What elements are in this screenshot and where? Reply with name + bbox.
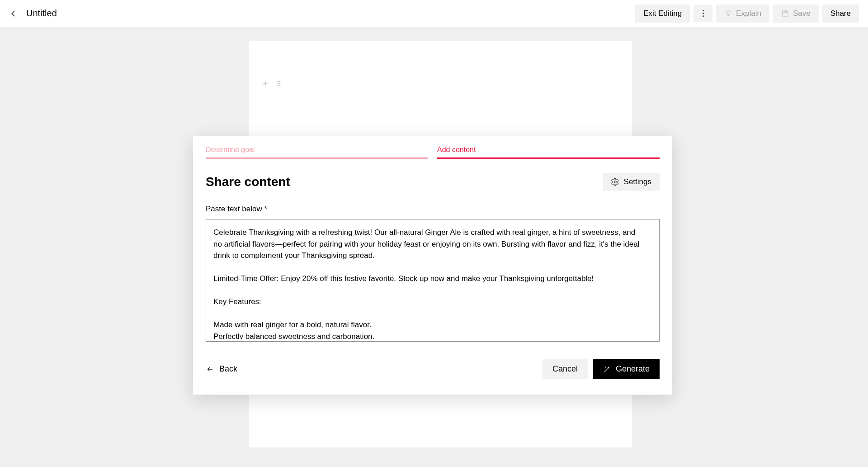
- svg-line-5: [726, 10, 726, 11]
- step-add-content[interactable]: Add content: [437, 146, 660, 159]
- plus-icon[interactable]: [262, 80, 269, 87]
- share-button[interactable]: Share: [822, 5, 859, 23]
- settings-label: Settings: [624, 177, 651, 186]
- back-chevron-icon[interactable]: [9, 9, 18, 18]
- paste-text-label: Paste text below *: [206, 205, 660, 214]
- top-header: Untitled Exit Editing Explain Save Share: [0, 0, 868, 27]
- back-button[interactable]: Back: [206, 364, 237, 374]
- dots-vertical-icon: [699, 10, 707, 18]
- svg-point-14: [279, 83, 280, 84]
- step-determine-goal[interactable]: Determine goal: [206, 146, 428, 159]
- explain-button[interactable]: Explain: [716, 5, 769, 23]
- content-textarea[interactable]: [206, 219, 659, 339]
- svg-rect-8: [785, 11, 786, 12]
- textarea-wrap: [206, 219, 660, 342]
- svg-point-13: [278, 83, 278, 84]
- drag-handle-icon[interactable]: [275, 80, 283, 87]
- more-options-button[interactable]: [693, 5, 712, 22]
- svg-line-19: [604, 368, 609, 372]
- generate-label: Generate: [616, 364, 650, 374]
- modal-steps: Determine goal Add content: [193, 136, 672, 159]
- settings-button[interactable]: Settings: [603, 173, 660, 191]
- exit-editing-button[interactable]: Exit Editing: [635, 5, 690, 23]
- svg-point-12: [279, 81, 280, 82]
- modal-body: Paste text below *: [193, 195, 672, 346]
- modal-title: Share content: [206, 175, 290, 189]
- cancel-button[interactable]: Cancel: [542, 359, 588, 379]
- magic-wand-icon: [603, 365, 611, 373]
- svg-line-6: [731, 10, 731, 11]
- modal-footer: Back Cancel Generate: [193, 346, 672, 395]
- save-label: Save: [793, 9, 811, 18]
- save-button[interactable]: Save: [773, 5, 819, 23]
- svg-point-0: [726, 11, 730, 14]
- modal-header: Share content Settings: [193, 159, 672, 195]
- share-content-modal: Determine goal Add content Share content…: [193, 136, 672, 395]
- svg-point-16: [279, 85, 280, 86]
- svg-point-11: [278, 81, 278, 82]
- header-right: Exit Editing Explain Save Share: [635, 5, 859, 23]
- lightbulb-icon: [724, 10, 732, 18]
- arrow-left-icon: [206, 366, 215, 373]
- generate-button[interactable]: Generate: [593, 359, 660, 379]
- explain-label: Explain: [736, 9, 761, 18]
- footer-actions: Cancel Generate: [542, 359, 660, 379]
- page-title: Untitled: [26, 8, 57, 19]
- back-label: Back: [219, 364, 237, 374]
- header-left: Untitled: [9, 8, 57, 19]
- gear-icon: [611, 178, 619, 186]
- svg-point-17: [614, 181, 616, 183]
- svg-point-15: [278, 85, 278, 86]
- save-icon: [781, 10, 789, 18]
- document-tools: [262, 80, 283, 87]
